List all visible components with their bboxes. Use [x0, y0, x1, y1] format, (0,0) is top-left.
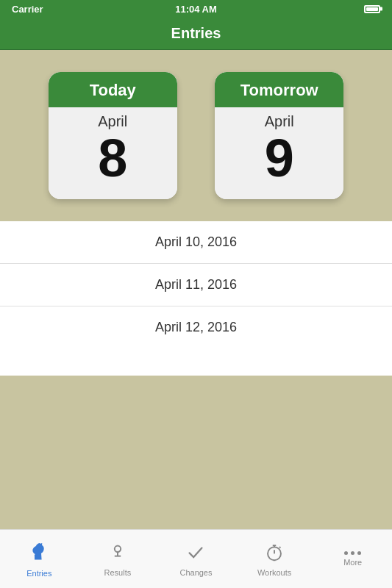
tab-more-label: More	[343, 558, 362, 567]
calendar-section: Today April 8 Tomorrow April 9	[0, 50, 392, 221]
changes-icon	[185, 542, 206, 565]
tomorrow-body: April 9	[215, 107, 343, 199]
tab-entries-label: Entries	[26, 569, 51, 578]
tab-results[interactable]: Results	[79, 530, 157, 588]
status-bar-right	[364, 5, 380, 13]
today-month: April	[56, 113, 170, 130]
tab-changes-label: Changes	[179, 568, 212, 577]
carrier-label: Carrier	[12, 4, 43, 15]
tomorrow-month: April	[222, 113, 336, 130]
nav-title: Entries	[171, 25, 221, 41]
tab-workouts-label: Workouts	[257, 568, 291, 577]
tab-bar: Entries Results Changes	[0, 529, 392, 588]
dot-2	[351, 551, 354, 555]
status-bar: Carrier 11:04 AM	[0, 0, 392, 18]
tomorrow-day: 9	[222, 132, 336, 184]
more-icon	[344, 551, 361, 555]
tab-workouts[interactable]: Workouts	[235, 530, 314, 588]
tomorrow-card[interactable]: Tomorrow April 9	[215, 72, 343, 199]
today-header: Today	[49, 72, 177, 107]
tab-more[interactable]: More	[313, 530, 392, 588]
tab-results-label: Results	[104, 568, 132, 577]
today-body: April 8	[49, 107, 177, 199]
battery-icon	[364, 5, 380, 13]
time-label: 11:04 AM	[175, 4, 217, 15]
tab-changes[interactable]: Changes	[157, 530, 235, 588]
list-item[interactable]: April 11, 2016	[0, 264, 392, 306]
list-item[interactable]: April 10, 2016	[0, 221, 392, 264]
dot-1	[344, 551, 348, 555]
tomorrow-header: Tomorrow	[215, 72, 343, 107]
battery-fill	[366, 7, 378, 11]
list-item[interactable]: April 12, 2016	[0, 306, 392, 348]
tab-entries[interactable]: Entries	[0, 530, 79, 588]
date-list: April 10, 2016 April 11, 2016 April 12, …	[0, 221, 392, 376]
svg-point-0	[115, 545, 121, 551]
svg-line-8	[279, 547, 280, 548]
stopwatch-icon	[264, 542, 285, 565]
today-card[interactable]: Today April 8	[49, 72, 177, 199]
dot-3	[357, 551, 361, 555]
horse-icon	[28, 541, 50, 566]
tan-spacer	[0, 376, 392, 530]
today-day: 8	[56, 132, 170, 184]
results-icon	[107, 542, 128, 565]
nav-bar: Entries	[0, 18, 392, 50]
